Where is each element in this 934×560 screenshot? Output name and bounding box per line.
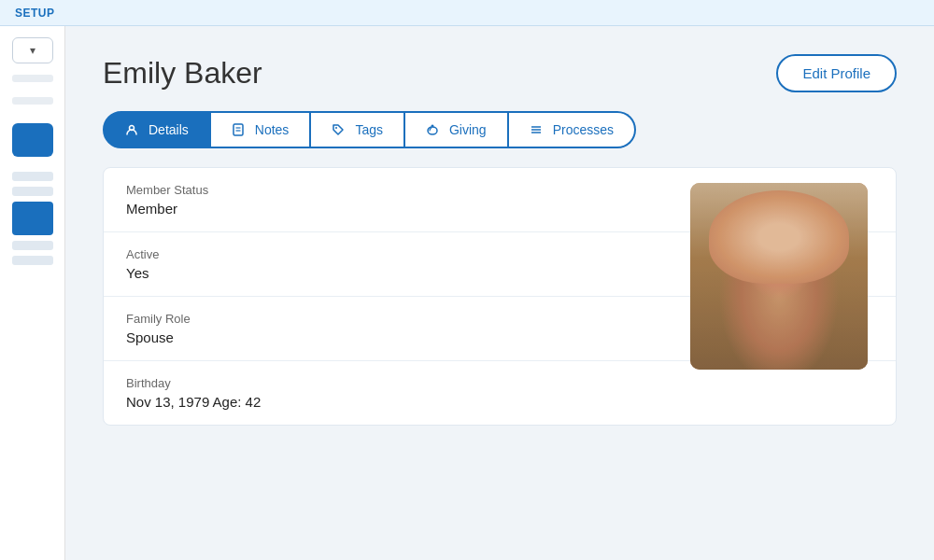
notes-icon xyxy=(232,123,245,136)
tab-processes-label: Processes xyxy=(553,122,614,137)
tabs-container: DetailsNotesTagsGivingProcesses xyxy=(103,111,897,148)
content-area: Emily Baker Edit Profile DetailsNotesTag… xyxy=(65,26,934,560)
sidebar-item-3 xyxy=(12,241,53,250)
tab-tags[interactable]: Tags xyxy=(311,111,405,148)
sidebar-item-2 xyxy=(12,187,53,196)
tab-notes-label: Notes xyxy=(255,122,290,137)
processes-icon xyxy=(530,123,543,136)
tab-details[interactable]: Details xyxy=(103,111,211,148)
sidebar-active-item[interactable] xyxy=(12,202,53,235)
sidebar-items xyxy=(12,172,53,265)
photo-simulation xyxy=(690,183,868,370)
chevron-down-icon: ▾ xyxy=(30,44,35,57)
tab-processes[interactable]: Processes xyxy=(509,111,636,148)
field-row-3: Birthday Nov 13, 1979 Age: 42 xyxy=(104,361,896,425)
sidebar-placeholder-2 xyxy=(12,97,53,105)
svg-point-4 xyxy=(335,127,337,129)
tab-giving-label: Giving xyxy=(449,122,487,137)
tab-giving[interactable]: Giving xyxy=(405,111,509,148)
sidebar-placeholder-1 xyxy=(12,75,53,82)
sidebar-item-1 xyxy=(12,172,53,181)
svg-rect-1 xyxy=(234,124,243,135)
main-layout: ▾ Emily Baker Edit Profile DetailsNotesT… xyxy=(0,26,934,560)
profile-photo xyxy=(690,183,868,370)
sidebar-dropdown-btn[interactable]: ▾ xyxy=(12,37,53,63)
sidebar-item-4 xyxy=(12,256,53,265)
tab-details-label: Details xyxy=(149,122,189,137)
tab-notes[interactable]: Notes xyxy=(211,111,312,148)
tab-tags-label: Tags xyxy=(355,122,383,137)
details-icon xyxy=(125,123,138,136)
profile-card: Member Status Member Active Yes Family R… xyxy=(103,167,897,426)
profile-header: Emily Baker Edit Profile xyxy=(103,54,897,92)
tags-icon xyxy=(332,123,345,136)
giving-icon xyxy=(426,123,439,136)
top-bar-label: SETUP xyxy=(15,7,55,20)
field-value-3: Nov 13, 1979 Age: 42 xyxy=(126,394,873,410)
edit-profile-button[interactable]: Edit Profile xyxy=(776,54,897,92)
sidebar-blue-button[interactable] xyxy=(12,123,53,157)
profile-name: Emily Baker xyxy=(103,56,262,91)
sidebar: ▾ xyxy=(0,26,65,560)
field-label-3: Birthday xyxy=(126,376,873,390)
top-bar: SETUP xyxy=(0,0,934,26)
